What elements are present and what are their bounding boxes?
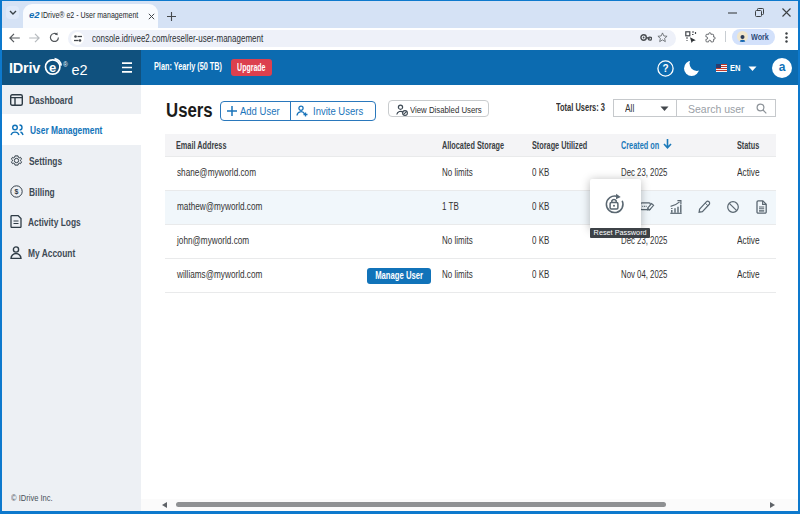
svg-text:$: $ xyxy=(15,188,19,196)
svg-text:?: ? xyxy=(662,63,668,74)
svg-text:e: e xyxy=(49,59,56,74)
